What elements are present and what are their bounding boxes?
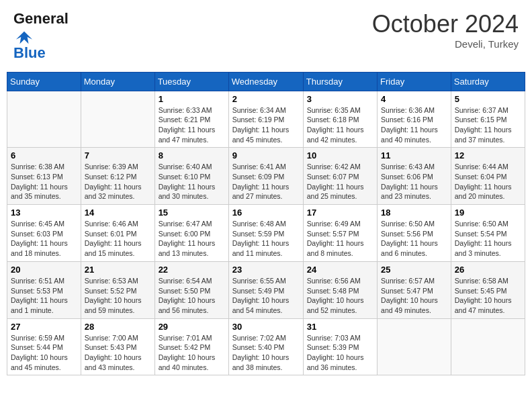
day-number: 1: [159, 94, 225, 104]
day-number: 16: [232, 208, 300, 218]
day-number: 17: [307, 208, 373, 218]
day-info: Sunrise: 6:39 AMSunset: 6:12 PMDaylight:…: [85, 162, 151, 201]
day-info: Sunrise: 6:50 AMSunset: 5:56 PMDaylight:…: [381, 219, 447, 259]
day-number: 19: [455, 208, 521, 218]
calendar-cell: 13Sunrise: 6:45 AMSunset: 6:03 PMDayligh…: [7, 205, 81, 262]
calendar-cell: 28Sunrise: 7:00 AMSunset: 5:43 PMDayligh…: [81, 318, 154, 375]
day-number: 18: [381, 208, 447, 218]
calendar-cell: 6Sunrise: 6:38 AMSunset: 6:13 PMDaylight…: [7, 148, 81, 205]
calendar-cell: [81, 91, 154, 148]
calendar-cell: 19Sunrise: 6:50 AMSunset: 5:54 PMDayligh…: [451, 205, 525, 262]
calendar-cell: 29Sunrise: 7:01 AMSunset: 5:42 PMDayligh…: [154, 318, 228, 375]
day-info: Sunrise: 6:48 AMSunset: 5:59 PMDaylight:…: [232, 219, 300, 259]
calendar-cell: [378, 318, 451, 375]
calendar-week-5: 27Sunrise: 6:59 AMSunset: 5:44 PMDayligh…: [7, 318, 525, 375]
day-header-thursday: Thursday: [303, 72, 377, 91]
day-info: Sunrise: 6:37 AMSunset: 6:15 PMDaylight:…: [455, 105, 521, 145]
calendar-cell: [451, 318, 525, 375]
calendar-cell: 24Sunrise: 6:56 AMSunset: 5:48 PMDayligh…: [303, 261, 377, 318]
calendar-cell: 21Sunrise: 6:53 AMSunset: 5:52 PMDayligh…: [81, 261, 154, 318]
calendar-cell: 27Sunrise: 6:59 AMSunset: 5:44 PMDayligh…: [7, 318, 81, 375]
calendar-cell: 12Sunrise: 6:44 AMSunset: 6:04 PMDayligh…: [451, 148, 525, 205]
day-info: Sunrise: 6:59 AMSunset: 5:44 PMDaylight:…: [11, 333, 77, 373]
day-info: Sunrise: 6:56 AMSunset: 5:48 PMDaylight:…: [307, 276, 373, 316]
day-number: 6: [11, 150, 77, 161]
calendar-cell: 17Sunrise: 6:49 AMSunset: 5:57 PMDayligh…: [303, 205, 377, 262]
day-number: 8: [159, 150, 225, 161]
day-header-wednesday: Wednesday: [228, 72, 303, 91]
calendar-cell: 30Sunrise: 7:02 AMSunset: 5:40 PMDayligh…: [228, 318, 303, 375]
day-number: 15: [159, 208, 225, 218]
day-info: Sunrise: 6:40 AMSunset: 6:10 PMDaylight:…: [159, 162, 225, 201]
page-header: General Blue October 2024 Develi, Turkey: [7, 7, 525, 65]
day-info: Sunrise: 6:49 AMSunset: 5:57 PMDaylight:…: [307, 219, 373, 259]
day-info: Sunrise: 7:01 AMSunset: 5:42 PMDaylight:…: [159, 333, 225, 373]
logo-text: General Blue: [13, 10, 93, 62]
calendar-cell: 8Sunrise: 6:40 AMSunset: 6:10 PMDaylight…: [154, 148, 228, 205]
calendar-cell: 18Sunrise: 6:50 AMSunset: 5:56 PMDayligh…: [378, 205, 451, 262]
day-header-monday: Monday: [81, 72, 154, 91]
day-number: 2: [232, 94, 300, 104]
calendar-cell: 31Sunrise: 7:03 AMSunset: 5:39 PMDayligh…: [303, 318, 377, 375]
day-number: 3: [307, 94, 373, 104]
day-info: Sunrise: 6:50 AMSunset: 5:54 PMDaylight:…: [455, 219, 521, 259]
day-info: Sunrise: 6:46 AMSunset: 6:01 PMDaylight:…: [85, 219, 151, 259]
day-number: 5: [455, 94, 521, 104]
day-info: Sunrise: 6:43 AMSunset: 6:06 PMDaylight:…: [381, 162, 447, 201]
svg-marker-0: [16, 31, 32, 44]
logo-general: General: [13, 10, 69, 27]
day-info: Sunrise: 6:35 AMSunset: 6:18 PMDaylight:…: [307, 105, 373, 145]
location: Develi, Turkey: [372, 38, 519, 50]
calendar-cell: 9Sunrise: 6:41 AMSunset: 6:09 PMDaylight…: [228, 148, 303, 205]
calendar-cell: 1Sunrise: 6:33 AMSunset: 6:21 PMDaylight…: [154, 91, 228, 148]
day-number: 24: [307, 265, 373, 275]
day-info: Sunrise: 6:36 AMSunset: 6:16 PMDaylight:…: [381, 105, 447, 145]
day-info: Sunrise: 7:02 AMSunset: 5:40 PMDaylight:…: [232, 333, 300, 373]
day-number: 25: [381, 265, 447, 275]
calendar-cell: 7Sunrise: 6:39 AMSunset: 6:12 PMDaylight…: [81, 148, 154, 205]
day-number: 7: [85, 150, 151, 161]
day-number: 23: [232, 265, 300, 275]
day-info: Sunrise: 6:41 AMSunset: 6:09 PMDaylight:…: [232, 162, 300, 201]
calendar-cell: 16Sunrise: 6:48 AMSunset: 5:59 PMDayligh…: [228, 205, 303, 262]
day-info: Sunrise: 6:42 AMSunset: 6:07 PMDaylight:…: [307, 162, 373, 201]
day-info: Sunrise: 6:44 AMSunset: 6:04 PMDaylight:…: [455, 162, 521, 201]
calendar-cell: [7, 91, 81, 148]
day-header-saturday: Saturday: [451, 72, 525, 91]
calendar-cell: 2Sunrise: 6:34 AMSunset: 6:19 PMDaylight…: [228, 91, 303, 148]
day-info: Sunrise: 6:51 AMSunset: 5:53 PMDaylight:…: [11, 276, 77, 316]
day-info: Sunrise: 6:38 AMSunset: 6:13 PMDaylight:…: [11, 162, 77, 201]
day-number: 22: [159, 265, 225, 275]
day-header-sunday: Sunday: [7, 72, 81, 91]
calendar-cell: 10Sunrise: 6:42 AMSunset: 6:07 PMDayligh…: [303, 148, 377, 205]
day-info: Sunrise: 6:34 AMSunset: 6:19 PMDaylight:…: [232, 105, 300, 145]
calendar-cell: 5Sunrise: 6:37 AMSunset: 6:15 PMDaylight…: [451, 91, 525, 148]
day-number: 13: [11, 208, 77, 218]
calendar-cell: 3Sunrise: 6:35 AMSunset: 6:18 PMDaylight…: [303, 91, 377, 148]
day-number: 27: [11, 322, 77, 332]
day-header-friday: Friday: [378, 72, 451, 91]
day-number: 21: [85, 265, 151, 275]
calendar-week-3: 13Sunrise: 6:45 AMSunset: 6:03 PMDayligh…: [7, 205, 525, 262]
day-info: Sunrise: 6:33 AMSunset: 6:21 PMDaylight:…: [159, 105, 225, 145]
day-info: Sunrise: 7:00 AMSunset: 5:43 PMDaylight:…: [85, 333, 151, 373]
day-number: 20: [11, 265, 77, 275]
day-number: 9: [232, 150, 300, 161]
day-info: Sunrise: 6:47 AMSunset: 6:00 PMDaylight:…: [159, 219, 225, 259]
day-number: 31: [307, 322, 373, 332]
day-number: 28: [85, 322, 151, 332]
calendar-header-row: SundayMondayTuesdayWednesdayThursdayFrid…: [7, 72, 525, 91]
day-info: Sunrise: 6:55 AMSunset: 5:49 PMDaylight:…: [232, 276, 300, 316]
calendar-cell: 25Sunrise: 6:57 AMSunset: 5:47 PMDayligh…: [378, 261, 451, 318]
day-info: Sunrise: 6:45 AMSunset: 6:03 PMDaylight:…: [11, 219, 77, 259]
day-number: 10: [307, 150, 373, 161]
day-number: 14: [85, 208, 151, 218]
day-number: 12: [455, 150, 521, 161]
day-info: Sunrise: 6:57 AMSunset: 5:47 PMDaylight:…: [381, 276, 447, 316]
day-number: 30: [232, 322, 300, 332]
day-info: Sunrise: 6:54 AMSunset: 5:50 PMDaylight:…: [159, 276, 225, 316]
calendar-cell: 4Sunrise: 6:36 AMSunset: 6:16 PMDaylight…: [378, 91, 451, 148]
logo: General Blue: [13, 10, 93, 62]
day-number: 4: [381, 94, 447, 104]
day-header-tuesday: Tuesday: [154, 72, 228, 91]
